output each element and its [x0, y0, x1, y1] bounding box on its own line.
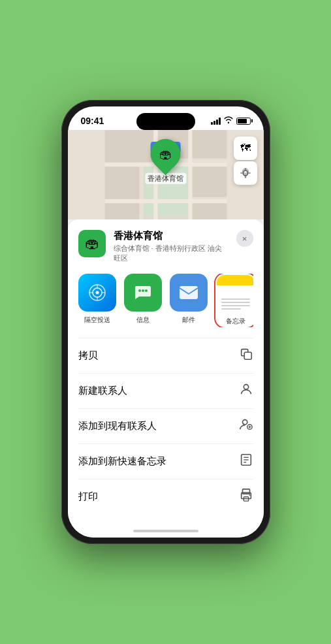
svg-point-22 — [145, 289, 148, 292]
dynamic-island — [136, 113, 195, 130]
action-add-existing[interactable]: 添加到现有联系人 — [78, 409, 253, 444]
svg-rect-3 — [104, 167, 139, 219]
copy-icon — [239, 347, 253, 364]
messages-icon-box — [124, 274, 162, 312]
share-messages[interactable]: 信息 — [124, 274, 162, 327]
svg-point-26 — [242, 420, 247, 425]
notes-icon-box — [217, 275, 253, 313]
share-options-row: 隔空投送 信息 — [78, 274, 253, 327]
phone-screen: 09:41 — [68, 106, 264, 538]
new-contact-label: 新建联系人 — [78, 385, 127, 397]
status-time: 09:41 — [81, 116, 104, 126]
venue-icon: 🏟 — [78, 230, 106, 257]
add-existing-label: 添加到现有联系人 — [78, 420, 157, 432]
venue-subtitle: 综合体育馆 · 香港特别行政区 油尖旺区 — [114, 244, 229, 263]
messages-label: 信息 — [136, 315, 150, 325]
location-button[interactable] — [234, 161, 257, 185]
svg-point-37 — [249, 494, 250, 496]
svg-rect-5 — [192, 165, 227, 197]
map-area: 🚇 南口 🗺 — [68, 130, 264, 219]
battery-icon — [236, 118, 251, 125]
share-mail[interactable]: 邮件 — [170, 274, 208, 327]
notes-label: 备忘录 — [226, 317, 245, 326]
svg-point-20 — [138, 289, 141, 292]
print-label: 打印 — [78, 491, 98, 503]
action-new-contact[interactable]: 新建联系人 — [78, 374, 253, 409]
bottom-sheet: 🏟 香港体育馆 综合体育馆 · 香港特别行政区 油尖旺区 × — [68, 219, 264, 524]
map-type-button[interactable]: 🗺 — [234, 137, 257, 160]
add-existing-icon — [239, 417, 253, 435]
venue-name: 香港体育馆 — [114, 230, 229, 242]
svg-point-21 — [142, 289, 144, 292]
share-airdrop[interactable]: 隔空投送 — [78, 274, 116, 327]
svg-rect-23 — [180, 286, 198, 299]
add-notes-label: 添加到新快速备忘录 — [78, 455, 166, 468]
location-info: 香港体育馆 综合体育馆 · 香港特别行政区 油尖旺区 — [114, 230, 229, 263]
svg-rect-24 — [244, 352, 251, 359]
status-icons — [211, 116, 251, 125]
svg-rect-6 — [192, 201, 227, 219]
svg-point-19 — [95, 291, 99, 295]
marker-pin: 🏟 — [144, 133, 187, 175]
action-add-notes[interactable]: 添加到新快速备忘录 — [78, 444, 253, 479]
wifi-icon — [224, 116, 233, 125]
airdrop-icon — [78, 274, 116, 312]
new-contact-icon — [239, 382, 253, 400]
svg-rect-11 — [104, 199, 227, 203]
close-button[interactable]: × — [236, 230, 253, 247]
location-header: 🏟 香港体育馆 综合体育馆 · 香港特别行政区 油尖旺区 × — [78, 230, 253, 263]
print-icon — [239, 488, 253, 506]
copy-label: 拷贝 — [78, 349, 98, 362]
svg-point-25 — [244, 385, 248, 389]
action-list: 拷贝 新建联系人 — [78, 338, 253, 514]
location-marker: 🏟 香港体育馆 — [145, 138, 186, 184]
home-bar — [133, 530, 198, 532]
action-copy[interactable]: 拷贝 — [78, 338, 253, 374]
map-controls: 🗺 — [234, 137, 257, 185]
home-indicator — [68, 524, 264, 538]
action-print[interactable]: 打印 — [78, 479, 253, 514]
share-notes[interactable]: 备忘录 — [215, 274, 253, 327]
svg-rect-10 — [188, 130, 192, 219]
phone-frame: 09:41 — [61, 100, 270, 544]
mail-label: 邮件 — [182, 315, 195, 325]
airdrop-label: 隔空投送 — [84, 315, 110, 325]
add-notes-icon — [239, 453, 253, 470]
mail-icon-box — [170, 274, 208, 312]
signal-icon — [211, 118, 221, 125]
marker-emoji: 🏟 — [159, 146, 172, 161]
